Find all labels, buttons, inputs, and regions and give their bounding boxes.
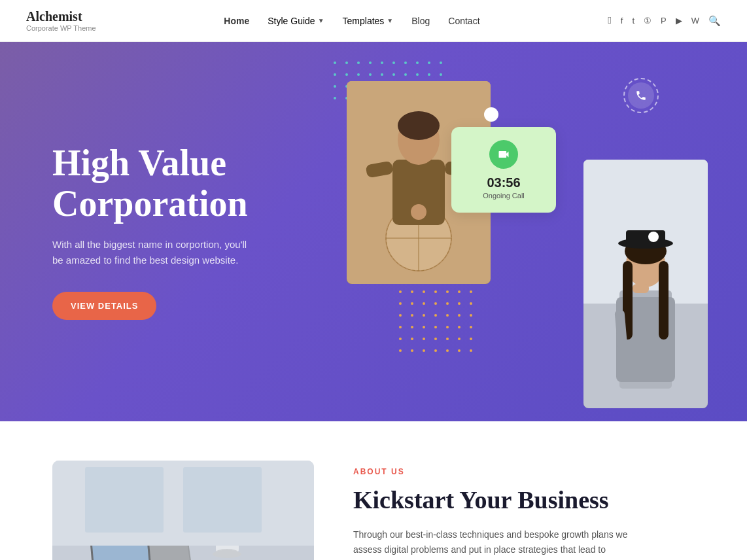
- social-icons:  f t ① P ▶ W 🔍: [608, 15, 721, 27]
- circle-decoration-1: [484, 107, 498, 122]
- hero-subtitle: With all the biggest name in corportion,…: [52, 237, 249, 268]
- about-content: ABOUT US Kickstart Your Business Through…: [353, 461, 695, 560]
- circle-decoration-2: [648, 232, 659, 242]
- about-section: ABOUT US Kickstart Your Business Through…: [0, 421, 747, 560]
- nav-contact[interactable]: Contact: [448, 16, 479, 26]
- nav-blog[interactable]: Blog: [411, 16, 430, 26]
- svg-rect-39: [52, 461, 314, 560]
- svg-rect-17: [659, 261, 669, 340]
- hero-content: High Value Corporation With all the bigg…: [0, 104, 294, 359]
- hero-visual: const tealGrid = document.currentScript.…: [294, 42, 747, 421]
- call-card: 03:56 Ongoing Call: [451, 127, 556, 213]
- about-text: Through our best-in-class techniques and…: [353, 527, 654, 560]
- photo-card-woman: [583, 160, 708, 408]
- office-photo: [52, 461, 314, 560]
- svg-rect-20: [626, 230, 665, 245]
- svg-point-7: [398, 111, 440, 140]
- view-details-button[interactable]: VIEW DETAILS: [52, 292, 156, 320]
- svg-point-10: [411, 204, 426, 220]
- call-status: Ongoing Call: [462, 192, 546, 200]
- youtube-icon[interactable]: ▶: [676, 16, 682, 26]
- dot-grid-orange: const orangeGrid = document.currentScrip…: [399, 290, 476, 356]
- logo-tagline: Corporate WP Theme: [26, 24, 96, 32]
- nav-links: Home Style Guide ▼ Templates ▼ Blog Cont…: [224, 16, 479, 26]
- logo: Alchemist Corporate WP Theme: [26, 9, 96, 32]
- chevron-down-icon: ▼: [318, 17, 324, 24]
- svg-rect-21: [633, 284, 649, 293]
- nav-style-guide[interactable]: Style Guide ▼: [268, 16, 324, 26]
- facebook-icon[interactable]: : [608, 15, 611, 26]
- hero-title: High Value Corporation: [52, 143, 255, 224]
- video-call-icon: [489, 140, 518, 169]
- facebook-icon[interactable]: f: [621, 16, 623, 26]
- twitter-icon[interactable]: t: [632, 16, 634, 26]
- call-timer: 03:56: [462, 175, 546, 190]
- pinterest-icon[interactable]: P: [661, 16, 667, 26]
- nav-home[interactable]: Home: [224, 16, 249, 26]
- about-title: Kickstart Your Business: [353, 485, 695, 516]
- logo-name: Alchemist: [26, 9, 96, 24]
- phone-circle-decoration: [623, 78, 659, 113]
- about-label: ABOUT US: [353, 467, 695, 476]
- wordpress-icon[interactable]: W: [691, 16, 699, 26]
- about-image: [52, 461, 314, 560]
- chevron-down-icon: ▼: [387, 17, 393, 24]
- hero-section: High Value Corporation With all the bigg…: [0, 42, 747, 421]
- search-icon[interactable]: 🔍: [708, 15, 721, 27]
- navbar: Alchemist Corporate WP Theme Home Style …: [0, 0, 747, 42]
- woman-photo: [583, 160, 708, 408]
- nav-templates[interactable]: Templates ▼: [343, 16, 394, 26]
- instagram-icon[interactable]: ①: [644, 16, 651, 26]
- phone-icon: [628, 82, 654, 109]
